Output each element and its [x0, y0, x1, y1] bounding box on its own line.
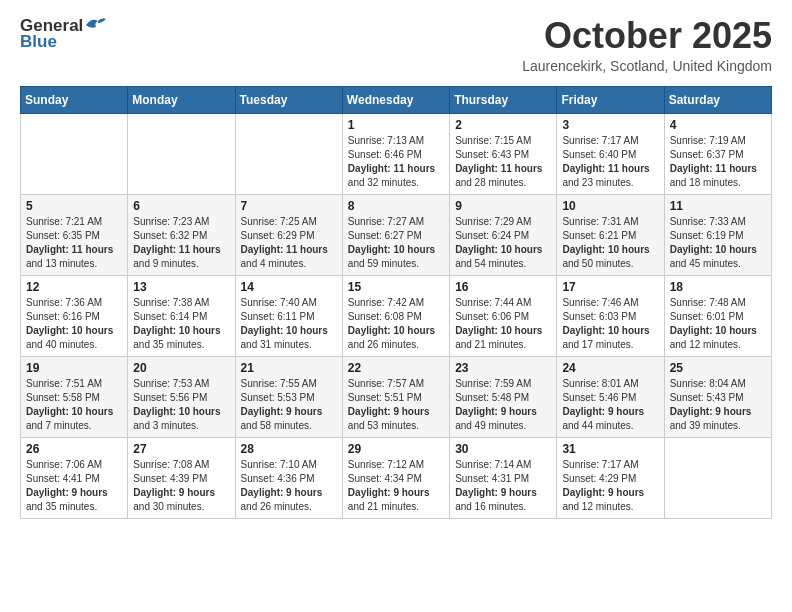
day-info: Sunrise: 7:17 AMSunset: 6:40 PMDaylight:…: [562, 134, 658, 190]
day-number: 6: [133, 199, 229, 213]
calendar-cell-4-1: 27Sunrise: 7:08 AMSunset: 4:39 PMDayligh…: [128, 437, 235, 518]
day-number: 7: [241, 199, 337, 213]
day-number: 22: [348, 361, 444, 375]
day-number: 20: [133, 361, 229, 375]
day-number: 13: [133, 280, 229, 294]
day-number: 26: [26, 442, 122, 456]
week-row-4: 26Sunrise: 7:06 AMSunset: 4:41 PMDayligh…: [21, 437, 772, 518]
day-info: Sunrise: 7:46 AMSunset: 6:03 PMDaylight:…: [562, 296, 658, 352]
calendar-cell-2-4: 16Sunrise: 7:44 AMSunset: 6:06 PMDayligh…: [450, 275, 557, 356]
header: General Blue October 2025 Laurencekirk, …: [20, 16, 772, 74]
calendar: Sunday Monday Tuesday Wednesday Thursday…: [20, 86, 772, 519]
day-info: Sunrise: 7:21 AMSunset: 6:35 PMDaylight:…: [26, 215, 122, 271]
calendar-cell-1-5: 10Sunrise: 7:31 AMSunset: 6:21 PMDayligh…: [557, 194, 664, 275]
calendar-cell-1-3: 8Sunrise: 7:27 AMSunset: 6:27 PMDaylight…: [342, 194, 449, 275]
calendar-cell-4-6: [664, 437, 771, 518]
logo-blue-text: Blue: [20, 32, 57, 52]
calendar-cell-0-2: [235, 113, 342, 194]
calendar-cell-0-3: 1Sunrise: 7:13 AMSunset: 6:46 PMDaylight…: [342, 113, 449, 194]
day-info: Sunrise: 7:06 AMSunset: 4:41 PMDaylight:…: [26, 458, 122, 514]
day-number: 14: [241, 280, 337, 294]
day-info: Sunrise: 8:04 AMSunset: 5:43 PMDaylight:…: [670, 377, 766, 433]
day-info: Sunrise: 7:12 AMSunset: 4:34 PMDaylight:…: [348, 458, 444, 514]
calendar-header-row: Sunday Monday Tuesday Wednesday Thursday…: [21, 86, 772, 113]
calendar-cell-4-5: 31Sunrise: 7:17 AMSunset: 4:29 PMDayligh…: [557, 437, 664, 518]
month-title: October 2025: [522, 16, 772, 56]
day-info: Sunrise: 7:48 AMSunset: 6:01 PMDaylight:…: [670, 296, 766, 352]
day-info: Sunrise: 7:33 AMSunset: 6:19 PMDaylight:…: [670, 215, 766, 271]
day-info: Sunrise: 7:08 AMSunset: 4:39 PMDaylight:…: [133, 458, 229, 514]
day-number: 12: [26, 280, 122, 294]
location: Laurencekirk, Scotland, United Kingdom: [522, 58, 772, 74]
calendar-cell-0-4: 2Sunrise: 7:15 AMSunset: 6:43 PMDaylight…: [450, 113, 557, 194]
col-saturday: Saturday: [664, 86, 771, 113]
day-info: Sunrise: 7:40 AMSunset: 6:11 PMDaylight:…: [241, 296, 337, 352]
day-number: 16: [455, 280, 551, 294]
day-info: Sunrise: 7:31 AMSunset: 6:21 PMDaylight:…: [562, 215, 658, 271]
calendar-cell-0-6: 4Sunrise: 7:19 AMSunset: 6:37 PMDaylight…: [664, 113, 771, 194]
calendar-cell-3-5: 24Sunrise: 8:01 AMSunset: 5:46 PMDayligh…: [557, 356, 664, 437]
col-wednesday: Wednesday: [342, 86, 449, 113]
calendar-cell-3-4: 23Sunrise: 7:59 AMSunset: 5:48 PMDayligh…: [450, 356, 557, 437]
calendar-cell-3-2: 21Sunrise: 7:55 AMSunset: 5:53 PMDayligh…: [235, 356, 342, 437]
logo-bird-icon: [84, 15, 106, 33]
day-number: 21: [241, 361, 337, 375]
calendar-cell-2-1: 13Sunrise: 7:38 AMSunset: 6:14 PMDayligh…: [128, 275, 235, 356]
day-info: Sunrise: 7:51 AMSunset: 5:58 PMDaylight:…: [26, 377, 122, 433]
week-row-0: 1Sunrise: 7:13 AMSunset: 6:46 PMDaylight…: [21, 113, 772, 194]
logo: General Blue: [20, 16, 106, 52]
calendar-cell-1-2: 7Sunrise: 7:25 AMSunset: 6:29 PMDaylight…: [235, 194, 342, 275]
calendar-cell-1-6: 11Sunrise: 7:33 AMSunset: 6:19 PMDayligh…: [664, 194, 771, 275]
day-number: 2: [455, 118, 551, 132]
col-thursday: Thursday: [450, 86, 557, 113]
calendar-cell-3-1: 20Sunrise: 7:53 AMSunset: 5:56 PMDayligh…: [128, 356, 235, 437]
day-info: Sunrise: 7:19 AMSunset: 6:37 PMDaylight:…: [670, 134, 766, 190]
col-sunday: Sunday: [21, 86, 128, 113]
calendar-cell-2-0: 12Sunrise: 7:36 AMSunset: 6:16 PMDayligh…: [21, 275, 128, 356]
calendar-cell-3-6: 25Sunrise: 8:04 AMSunset: 5:43 PMDayligh…: [664, 356, 771, 437]
day-number: 25: [670, 361, 766, 375]
day-number: 17: [562, 280, 658, 294]
day-number: 4: [670, 118, 766, 132]
day-number: 19: [26, 361, 122, 375]
day-info: Sunrise: 7:38 AMSunset: 6:14 PMDaylight:…: [133, 296, 229, 352]
day-info: Sunrise: 7:17 AMSunset: 4:29 PMDaylight:…: [562, 458, 658, 514]
calendar-cell-1-0: 5Sunrise: 7:21 AMSunset: 6:35 PMDaylight…: [21, 194, 128, 275]
day-number: 18: [670, 280, 766, 294]
day-number: 29: [348, 442, 444, 456]
calendar-cell-4-3: 29Sunrise: 7:12 AMSunset: 4:34 PMDayligh…: [342, 437, 449, 518]
calendar-cell-0-5: 3Sunrise: 7:17 AMSunset: 6:40 PMDaylight…: [557, 113, 664, 194]
col-monday: Monday: [128, 86, 235, 113]
calendar-cell-2-2: 14Sunrise: 7:40 AMSunset: 6:11 PMDayligh…: [235, 275, 342, 356]
week-row-3: 19Sunrise: 7:51 AMSunset: 5:58 PMDayligh…: [21, 356, 772, 437]
week-row-2: 12Sunrise: 7:36 AMSunset: 6:16 PMDayligh…: [21, 275, 772, 356]
day-number: 24: [562, 361, 658, 375]
day-info: Sunrise: 7:23 AMSunset: 6:32 PMDaylight:…: [133, 215, 229, 271]
calendar-cell-1-4: 9Sunrise: 7:29 AMSunset: 6:24 PMDaylight…: [450, 194, 557, 275]
day-info: Sunrise: 7:36 AMSunset: 6:16 PMDaylight:…: [26, 296, 122, 352]
day-info: Sunrise: 7:44 AMSunset: 6:06 PMDaylight:…: [455, 296, 551, 352]
day-info: Sunrise: 7:57 AMSunset: 5:51 PMDaylight:…: [348, 377, 444, 433]
day-number: 1: [348, 118, 444, 132]
page: General Blue October 2025 Laurencekirk, …: [0, 0, 792, 535]
day-number: 10: [562, 199, 658, 213]
day-number: 8: [348, 199, 444, 213]
day-number: 5: [26, 199, 122, 213]
calendar-cell-2-3: 15Sunrise: 7:42 AMSunset: 6:08 PMDayligh…: [342, 275, 449, 356]
day-number: 9: [455, 199, 551, 213]
day-info: Sunrise: 7:53 AMSunset: 5:56 PMDaylight:…: [133, 377, 229, 433]
day-number: 27: [133, 442, 229, 456]
day-number: 23: [455, 361, 551, 375]
calendar-cell-1-1: 6Sunrise: 7:23 AMSunset: 6:32 PMDaylight…: [128, 194, 235, 275]
day-number: 28: [241, 442, 337, 456]
day-number: 3: [562, 118, 658, 132]
day-number: 15: [348, 280, 444, 294]
calendar-cell-4-0: 26Sunrise: 7:06 AMSunset: 4:41 PMDayligh…: [21, 437, 128, 518]
calendar-cell-3-3: 22Sunrise: 7:57 AMSunset: 5:51 PMDayligh…: [342, 356, 449, 437]
day-number: 31: [562, 442, 658, 456]
calendar-cell-4-2: 28Sunrise: 7:10 AMSunset: 4:36 PMDayligh…: [235, 437, 342, 518]
calendar-cell-3-0: 19Sunrise: 7:51 AMSunset: 5:58 PMDayligh…: [21, 356, 128, 437]
day-info: Sunrise: 7:13 AMSunset: 6:46 PMDaylight:…: [348, 134, 444, 190]
day-info: Sunrise: 7:59 AMSunset: 5:48 PMDaylight:…: [455, 377, 551, 433]
calendar-cell-4-4: 30Sunrise: 7:14 AMSunset: 4:31 PMDayligh…: [450, 437, 557, 518]
